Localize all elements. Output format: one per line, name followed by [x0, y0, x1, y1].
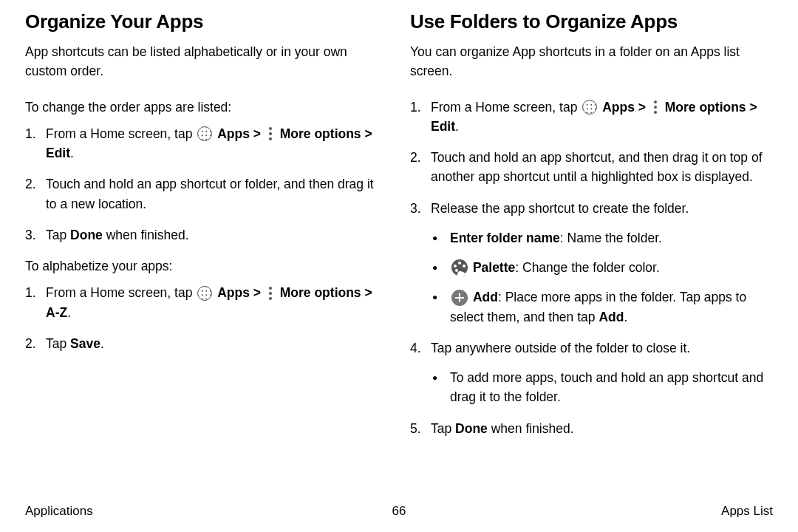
text: Tap — [46, 336, 70, 351]
heading-organize: Organize Your Apps — [25, 10, 388, 33]
list-item: Touch and hold an app shortcut or folder… — [25, 174, 388, 214]
footer: Applications 66 Apps List — [25, 504, 773, 519]
chevron: > — [638, 100, 649, 115]
text: . — [100, 336, 104, 351]
more-options-icon — [266, 286, 275, 301]
apps-label: Apps — [602, 100, 635, 115]
page-number: 66 — [392, 504, 406, 519]
text: . — [70, 146, 74, 160]
text: Release the app shortcut to create the f… — [431, 201, 689, 216]
apps-icon — [582, 100, 597, 115]
text: . — [67, 305, 71, 320]
text: when finished. — [488, 421, 574, 436]
sublist-folder-options: Enter folder name: Name the folder. Pale… — [431, 228, 773, 327]
text: Tap anywhere outside of the folder to cl… — [431, 341, 690, 355]
text: when finished. — [103, 228, 189, 242]
right-column: Use Folders to Organize Apps You can org… — [410, 10, 773, 498]
more-options-label: More options — [280, 126, 361, 141]
text: From a Home screen, tap — [46, 126, 196, 141]
apps-label: Apps — [217, 285, 250, 300]
az-label: A-Z — [46, 305, 67, 320]
list-change-order: From a Home screen, tap Apps > More opti… — [25, 124, 388, 245]
text: . — [624, 310, 627, 324]
list-alphabetize: From a Home screen, tap Apps > More opti… — [25, 283, 388, 353]
intro-left: App shortcuts can be listed alphabetical… — [25, 42, 388, 81]
apps-icon — [197, 126, 212, 141]
text: : Name the folder. — [560, 231, 662, 245]
palette-label: Palette — [473, 260, 515, 275]
more-options-label: More options — [280, 285, 361, 300]
save-label: Save — [70, 336, 100, 351]
left-column: Organize Your Apps App shortcuts can be … — [25, 10, 388, 498]
list-item: Tap Save. — [25, 334, 388, 353]
more-options-label: More options — [665, 100, 746, 115]
apps-label: Apps — [217, 126, 250, 141]
more-options-icon — [651, 100, 660, 115]
list-item: From a Home screen, tap Apps > More opti… — [25, 124, 388, 163]
text: Tap — [431, 421, 455, 436]
heading-folders: Use Folders to Organize Apps — [410, 10, 773, 33]
text: Tap — [46, 228, 70, 242]
list-item: Add: Place more apps in the folder. Tap … — [431, 287, 773, 327]
lead-alphabetize: To alphabetize your apps: — [25, 256, 388, 276]
text: From a Home screen, tap — [431, 100, 581, 115]
palette-icon — [451, 259, 468, 276]
list-item: Enter folder name: Name the folder. — [431, 228, 773, 248]
apps-icon — [197, 286, 212, 301]
chevron: > — [749, 100, 757, 115]
more-options-icon — [266, 126, 275, 141]
list-item: Tap anywhere outside of the folder to cl… — [410, 338, 773, 407]
add-label: Add — [473, 290, 498, 304]
list-item: From a Home screen, tap Apps > More opti… — [410, 98, 773, 137]
chevron: > — [253, 126, 265, 141]
intro-right: You can organize App shortcuts in a fold… — [410, 42, 773, 81]
text: From a Home screen, tap — [46, 285, 196, 300]
done-label: Done — [455, 421, 488, 436]
edit-label: Edit — [431, 119, 455, 134]
add-bold-label: Add — [598, 310, 624, 324]
edit-label: Edit — [46, 146, 70, 160]
sublist-add-more: To add more apps, touch and hold an app … — [431, 368, 773, 407]
chevron: > — [364, 285, 372, 300]
text: : Change the folder color. — [515, 260, 660, 275]
list-item: Touch and hold an app shortcut, and then… — [410, 148, 773, 187]
footer-left: Applications — [25, 504, 93, 519]
list-item: From a Home screen, tap Apps > More opti… — [25, 283, 388, 322]
done-label: Done — [70, 228, 103, 242]
list-item: To add more apps, touch and hold an app … — [431, 368, 773, 407]
chevron: > — [253, 285, 265, 300]
footer-right: Apps List — [721, 504, 773, 519]
add-icon — [451, 290, 468, 306]
chevron: > — [364, 126, 372, 141]
list-item: Palette: Change the folder color. — [431, 258, 773, 277]
lead-change-order: To change the order apps are listed: — [25, 98, 388, 117]
list-folders: From a Home screen, tap Apps > More opti… — [410, 98, 773, 438]
list-item: Tap Done when finished. — [410, 419, 773, 438]
enter-folder-name-label: Enter folder name — [450, 231, 560, 245]
text: . — [455, 119, 459, 134]
list-item: Release the app shortcut to create the f… — [410, 199, 773, 327]
list-item: Tap Done when finished. — [25, 225, 388, 245]
